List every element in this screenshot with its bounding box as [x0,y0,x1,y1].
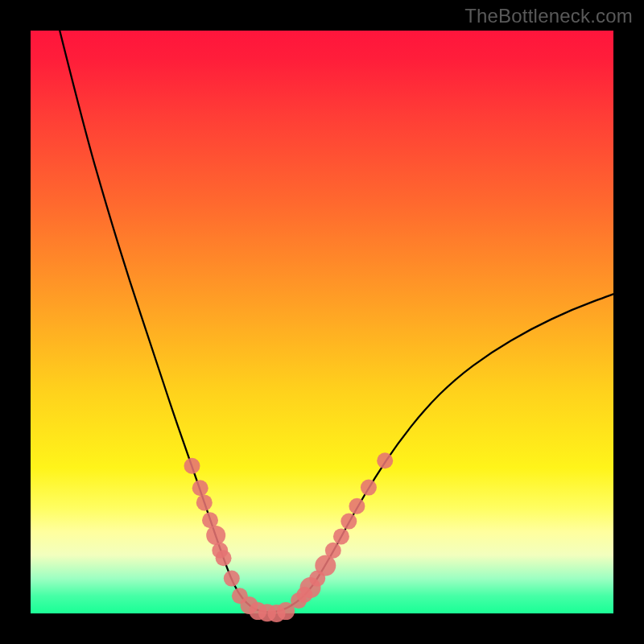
data-point [224,571,240,587]
data-point [325,543,341,559]
chart-frame: TheBottleneck.com [0,0,644,644]
bottleneck-curve [60,31,613,613]
curve-svg [31,31,613,613]
data-point [341,514,357,530]
data-point [184,458,200,474]
data-point [192,480,208,496]
data-point [361,480,377,496]
data-point [377,452,393,469]
marker-layer [184,452,394,622]
data-point [196,494,213,510]
plot-area [31,31,613,613]
data-point [206,526,225,545]
watermark-label: TheBottleneck.com [464,5,633,27]
data-point [216,550,232,566]
data-point [333,528,349,544]
data-point [349,498,365,514]
